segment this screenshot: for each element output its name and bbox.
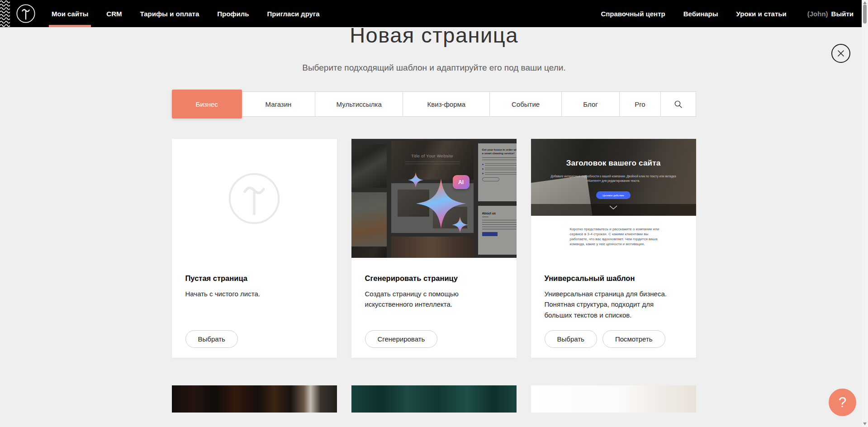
nav-item-label: Тарифы и оплата	[140, 10, 199, 18]
card-body: Пустая страница Начать с чистого листа.	[172, 258, 337, 299]
tab-event[interactable]: Событие	[489, 91, 561, 117]
scrollbar-up-arrow-icon[interactable]	[863, 1, 867, 4]
scrollbar-down-arrow-icon[interactable]	[863, 422, 867, 425]
tilda-logo[interactable]	[15, 3, 36, 24]
nav-item-lessons[interactable]: Уроки и статьи	[727, 10, 796, 18]
preview-cta-button: Целевое действие	[596, 191, 631, 199]
page-subtitle: Выберите подходящий шаблон и адаптируйте…	[172, 63, 697, 73]
card-actions: Сгенерировать	[365, 330, 438, 348]
template-card-blank-page[interactable]: Пустая страница Начать с чистого листа. …	[172, 139, 337, 358]
logout-link[interactable]: Выйти	[831, 10, 854, 18]
nav-item-label: Пригласи друга	[267, 10, 319, 18]
card-actions: Выбрать Посмотреть	[545, 330, 665, 348]
nav-item-tariffs[interactable]: Тарифы и оплата	[131, 0, 208, 27]
blank-page-preview	[172, 139, 337, 258]
preview-body-text: Коротко представьтесь и расскажите о ком…	[570, 227, 660, 247]
tab-search[interactable]	[660, 91, 697, 117]
card-title: Универсальный шаблон	[545, 274, 683, 283]
ai-sparkle-small-icon	[452, 217, 468, 233]
tab-blog[interactable]: Блог	[561, 91, 620, 117]
search-icon	[674, 100, 683, 109]
nav-item-webinars[interactable]: Вебинары	[674, 10, 727, 18]
chevron-down-icon	[609, 205, 617, 209]
top-nav: Мои сайты CRM Тарифы и оплата Профиль Пр…	[0, 0, 862, 27]
nav-right-menu: Справочный центр Вебинары Уроки и статьи…	[592, 0, 862, 27]
main-content: Новая страница Выберите подходящий шабло…	[172, 23, 697, 413]
nav-item-profile[interactable]: Профиль	[208, 0, 258, 27]
card-title: Пустая страница	[185, 274, 323, 283]
ai-badge: AI	[453, 175, 470, 189]
universal-template-preview: Заголовок вашего сайта Добавьте интересн…	[531, 139, 696, 258]
close-button[interactable]	[831, 44, 850, 63]
choose-button[interactable]: Выбрать	[545, 330, 597, 348]
scrollbar[interactable]	[862, 0, 868, 427]
tab-label: Событие	[512, 100, 540, 108]
tab-shop[interactable]: Магазин	[242, 91, 315, 117]
tab-pro[interactable]: Pro	[619, 91, 661, 117]
tilda-watermark-icon	[226, 171, 282, 227]
tab-label: Магазин	[266, 100, 292, 108]
tab-label: Квиз-форма	[427, 100, 466, 108]
help-button[interactable]: ?	[829, 389, 856, 416]
preview-hero-subtitle: Добавьте интересные подробности о вашей …	[549, 174, 678, 184]
card-body: Универсальный шаблон Универсальная стран…	[531, 258, 696, 320]
preview-hero-title: Заголовок вашего сайта	[531, 159, 696, 168]
nav-spacer	[329, 0, 592, 27]
template-card-partial[interactable]	[172, 385, 337, 413]
template-cards-row-partial	[172, 385, 697, 413]
user-name: (John)	[807, 10, 828, 18]
template-card-universal[interactable]: Заголовок вашего сайта Добавьте интересн…	[531, 139, 696, 358]
wave-pattern	[0, 0, 10, 27]
nav-item-help-center[interactable]: Справочный центр	[592, 10, 674, 18]
template-card-partial[interactable]	[531, 385, 696, 413]
preview-body-section: Коротко представьтесь и расскажите о ком…	[531, 216, 696, 258]
nav-item-my-sites[interactable]: Мои сайты	[43, 0, 97, 27]
nav-item-label: CRM	[106, 10, 122, 18]
template-card-ai-generate[interactable]: Title of Your Website Get your house in …	[351, 139, 517, 358]
nav-item-label: Мои сайты	[52, 10, 88, 18]
generate-button[interactable]: Сгенерировать	[365, 330, 438, 348]
scrollbar-thumb[interactable]	[863, 5, 867, 24]
close-icon	[837, 49, 845, 57]
view-button[interactable]: Посмотреть	[602, 330, 665, 348]
preview-hero-section: Заголовок вашего сайта Добавьте интересн…	[531, 139, 696, 216]
nav-item-crm[interactable]: CRM	[97, 0, 131, 27]
ai-generate-preview: Title of Your Website Get your house in …	[351, 139, 517, 258]
template-card-partial[interactable]	[351, 385, 517, 413]
nav-item-label: Справочный центр	[601, 10, 665, 18]
tab-label: Бизнес	[196, 100, 218, 108]
tab-quiz-form[interactable]: Квиз-форма	[403, 91, 490, 117]
tab-label: Pro	[635, 100, 645, 108]
tab-label: Мультиссылка	[337, 100, 382, 108]
card-actions: Выбрать	[185, 330, 238, 348]
card-body: Сгенерировать страницу Создать страницу …	[351, 258, 517, 310]
nav-item-label: Вебинары	[683, 10, 718, 18]
ai-sparkle-small-icon	[408, 172, 423, 188]
tab-business[interactable]: Бизнес	[172, 90, 242, 119]
nav-item-label: Профиль	[217, 10, 249, 18]
tab-multilink[interactable]: Мультиссылка	[315, 91, 403, 117]
card-title: Сгенерировать страницу	[365, 274, 503, 283]
nav-item-invite-friend[interactable]: Пригласи друга	[258, 0, 328, 27]
nav-item-label: Уроки и статьи	[736, 10, 787, 18]
template-category-tabs: Бизнес Магазин Мультиссылка Квиз-форма С…	[172, 90, 697, 119]
choose-button[interactable]: Выбрать	[185, 330, 238, 348]
template-cards-row: Пустая страница Начать с чистого листа. …	[172, 139, 697, 358]
nav-left-menu: Мои сайты CRM Тарифы и оплата Профиль Пр…	[43, 0, 329, 27]
card-description: Начать с чистого листа.	[185, 289, 321, 299]
tab-label: Блог	[583, 100, 598, 108]
card-description: Создать страницу с помощью искусственног…	[365, 289, 501, 310]
card-description: Универсальная страница для бизнеса. Поня…	[545, 289, 683, 320]
website-collage: Title of Your Website Get your house in …	[351, 139, 517, 258]
